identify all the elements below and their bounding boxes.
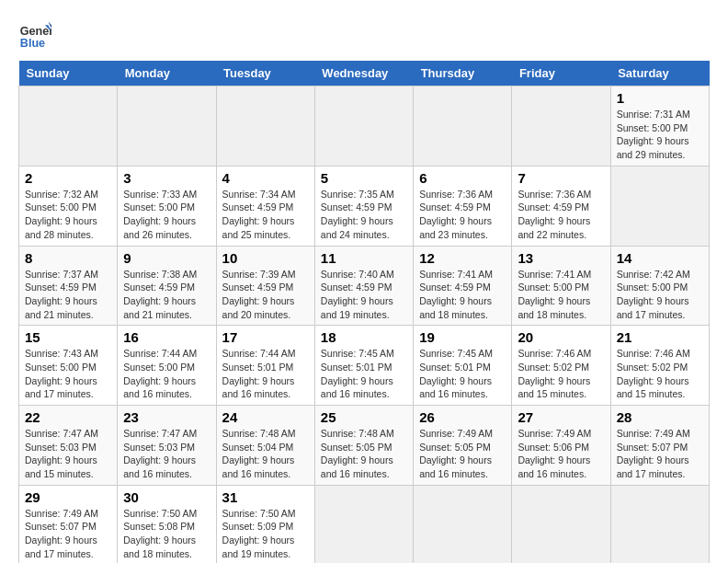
day-info: Sunrise: 7:36 AMSunset: 4:59 PMDaylight:… <box>419 188 506 242</box>
day-number: 18 <box>321 329 407 345</box>
day-number: 10 <box>222 250 309 266</box>
header-day-monday: Monday <box>118 61 216 86</box>
calendar-week-6: 29Sunrise: 7:49 AMSunset: 5:07 PMDayligh… <box>19 485 710 563</box>
day-cell-3: 3Sunrise: 7:33 AMSunset: 5:00 PMDaylight… <box>118 166 216 246</box>
day-info: Sunrise: 7:45 AMSunset: 5:01 PMDaylight:… <box>321 347 407 401</box>
day-cell-8: 8Sunrise: 7:37 AMSunset: 4:59 PMDaylight… <box>19 246 118 326</box>
day-number: 19 <box>419 329 506 345</box>
day-info: Sunrise: 7:42 AMSunset: 5:00 PMDaylight:… <box>617 268 703 322</box>
empty-cell <box>216 86 314 167</box>
day-cell-4: 4Sunrise: 7:34 AMSunset: 4:59 PMDaylight… <box>216 166 314 246</box>
empty-cell <box>414 485 512 563</box>
day-cell-15: 15Sunrise: 7:43 AMSunset: 5:00 PMDayligh… <box>19 326 118 406</box>
day-cell-16: 16Sunrise: 7:44 AMSunset: 5:00 PMDayligh… <box>118 326 216 406</box>
calendar-week-5: 22Sunrise: 7:47 AMSunset: 5:03 PMDayligh… <box>19 406 710 486</box>
day-cell-30: 30Sunrise: 7:50 AMSunset: 5:08 PMDayligh… <box>118 485 216 563</box>
day-number: 20 <box>518 329 604 345</box>
day-info: Sunrise: 7:49 AMSunset: 5:06 PMDaylight:… <box>518 427 604 481</box>
day-cell-27: 27Sunrise: 7:49 AMSunset: 5:06 PMDayligh… <box>512 406 610 486</box>
empty-cell <box>314 86 413 167</box>
day-number: 9 <box>123 250 210 266</box>
header-day-thursday: Thursday <box>414 61 512 86</box>
day-cell-10: 10Sunrise: 7:39 AMSunset: 4:59 PMDayligh… <box>216 246 314 326</box>
day-number: 30 <box>123 489 210 505</box>
header-day-sunday: Sunday <box>19 61 118 86</box>
day-number: 24 <box>222 409 309 425</box>
day-info: Sunrise: 7:48 AMSunset: 5:04 PMDaylight:… <box>222 427 309 481</box>
day-number: 3 <box>123 170 210 186</box>
day-info: Sunrise: 7:49 AMSunset: 5:05 PMDaylight:… <box>419 427 506 481</box>
day-cell-22: 22Sunrise: 7:47 AMSunset: 5:03 PMDayligh… <box>19 406 118 486</box>
day-number: 5 <box>321 170 407 186</box>
day-cell-9: 9Sunrise: 7:38 AMSunset: 4:59 PMDaylight… <box>118 246 216 326</box>
day-cell-29: 29Sunrise: 7:49 AMSunset: 5:07 PMDayligh… <box>19 485 118 563</box>
calendar-week-4: 15Sunrise: 7:43 AMSunset: 5:00 PMDayligh… <box>19 326 710 406</box>
day-number: 13 <box>518 250 604 266</box>
day-cell-26: 26Sunrise: 7:49 AMSunset: 5:05 PMDayligh… <box>414 406 512 486</box>
day-number: 28 <box>617 409 703 425</box>
day-number: 8 <box>25 250 111 266</box>
day-number: 4 <box>222 170 309 186</box>
day-info: Sunrise: 7:48 AMSunset: 5:05 PMDaylight:… <box>321 427 407 481</box>
day-info: Sunrise: 7:36 AMSunset: 4:59 PMDaylight:… <box>518 188 604 242</box>
day-cell-28: 28Sunrise: 7:49 AMSunset: 5:07 PMDayligh… <box>610 406 709 486</box>
header-day-friday: Friday <box>512 61 610 86</box>
day-cell-19: 19Sunrise: 7:45 AMSunset: 5:01 PMDayligh… <box>414 326 512 406</box>
day-number: 21 <box>617 329 703 345</box>
day-info: Sunrise: 7:45 AMSunset: 5:01 PMDaylight:… <box>419 347 506 401</box>
calendar-week-2: 2Sunrise: 7:32 AMSunset: 5:00 PMDaylight… <box>19 166 710 246</box>
day-number: 25 <box>321 409 407 425</box>
day-number: 22 <box>25 409 111 425</box>
day-number: 2 <box>25 170 111 186</box>
day-number: 11 <box>321 250 407 266</box>
header-row: SundayMondayTuesdayWednesdayThursdayFrid… <box>19 61 710 86</box>
day-number: 7 <box>518 170 604 186</box>
day-cell-17: 17Sunrise: 7:44 AMSunset: 5:01 PMDayligh… <box>216 326 314 406</box>
day-number: 1 <box>617 90 703 106</box>
day-number: 14 <box>617 250 703 266</box>
day-info: Sunrise: 7:34 AMSunset: 4:59 PMDaylight:… <box>222 188 309 242</box>
empty-cell <box>118 86 216 167</box>
day-info: Sunrise: 7:50 AMSunset: 5:08 PMDaylight:… <box>123 507 210 561</box>
day-cell-2: 2Sunrise: 7:32 AMSunset: 5:00 PMDaylight… <box>19 166 118 246</box>
day-info: Sunrise: 7:33 AMSunset: 5:00 PMDaylight:… <box>123 188 210 242</box>
day-info: Sunrise: 7:44 AMSunset: 5:01 PMDaylight:… <box>222 347 309 401</box>
logo: General Blue <box>18 18 55 52</box>
calendar-week-3: 8Sunrise: 7:37 AMSunset: 4:59 PMDaylight… <box>19 246 710 326</box>
day-info: Sunrise: 7:37 AMSunset: 4:59 PMDaylight:… <box>25 268 111 322</box>
logo-icon: General Blue <box>18 18 51 52</box>
day-number: 17 <box>222 329 309 345</box>
day-cell-20: 20Sunrise: 7:46 AMSunset: 5:02 PMDayligh… <box>512 326 610 406</box>
day-info: Sunrise: 7:40 AMSunset: 4:59 PMDaylight:… <box>321 268 407 322</box>
day-number: 23 <box>123 409 210 425</box>
day-number: 6 <box>419 170 506 186</box>
day-number: 31 <box>222 489 309 505</box>
empty-cell <box>610 485 709 563</box>
day-number: 12 <box>419 250 506 266</box>
header-day-tuesday: Tuesday <box>216 61 314 86</box>
day-info: Sunrise: 7:49 AMSunset: 5:07 PMDaylight:… <box>25 507 111 561</box>
day-number: 29 <box>25 489 111 505</box>
empty-cell <box>414 86 512 167</box>
day-info: Sunrise: 7:41 AMSunset: 5:00 PMDaylight:… <box>518 268 604 322</box>
day-info: Sunrise: 7:46 AMSunset: 5:02 PMDaylight:… <box>518 347 604 401</box>
day-cell-18: 18Sunrise: 7:45 AMSunset: 5:01 PMDayligh… <box>314 326 413 406</box>
day-cell-23: 23Sunrise: 7:47 AMSunset: 5:03 PMDayligh… <box>118 406 216 486</box>
calendar-week-1: 1Sunrise: 7:31 AMSunset: 5:00 PMDaylight… <box>19 86 710 167</box>
day-info: Sunrise: 7:47 AMSunset: 5:03 PMDaylight:… <box>123 427 210 481</box>
day-info: Sunrise: 7:32 AMSunset: 5:00 PMDaylight:… <box>25 188 111 242</box>
day-cell-5: 5Sunrise: 7:35 AMSunset: 4:59 PMDaylight… <box>314 166 413 246</box>
day-info: Sunrise: 7:38 AMSunset: 4:59 PMDaylight:… <box>123 268 210 322</box>
empty-cell <box>610 166 709 246</box>
day-cell-25: 25Sunrise: 7:48 AMSunset: 5:05 PMDayligh… <box>314 406 413 486</box>
day-cell-24: 24Sunrise: 7:48 AMSunset: 5:04 PMDayligh… <box>216 406 314 486</box>
day-cell-7: 7Sunrise: 7:36 AMSunset: 4:59 PMDaylight… <box>512 166 610 246</box>
day-cell-6: 6Sunrise: 7:36 AMSunset: 4:59 PMDaylight… <box>414 166 512 246</box>
day-cell-21: 21Sunrise: 7:46 AMSunset: 5:02 PMDayligh… <box>610 326 709 406</box>
day-info: Sunrise: 7:47 AMSunset: 5:03 PMDaylight:… <box>25 427 111 481</box>
day-info: Sunrise: 7:31 AMSunset: 5:00 PMDaylight:… <box>617 108 703 162</box>
page-header: General Blue <box>18 18 710 52</box>
empty-cell <box>512 86 610 167</box>
day-info: Sunrise: 7:35 AMSunset: 4:59 PMDaylight:… <box>321 188 407 242</box>
empty-cell <box>512 485 610 563</box>
